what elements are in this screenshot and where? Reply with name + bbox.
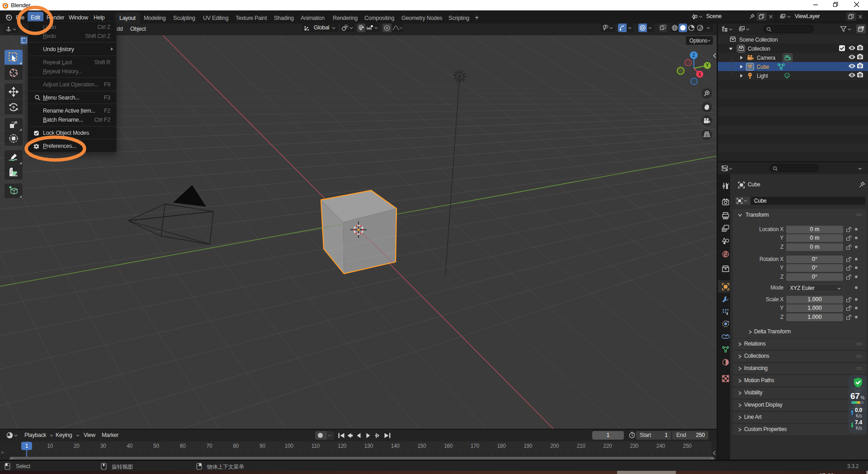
svg-text:Z: Z (693, 53, 695, 58)
svg-text:Y: Y (706, 63, 709, 68)
svg-text:X: X (698, 72, 701, 77)
